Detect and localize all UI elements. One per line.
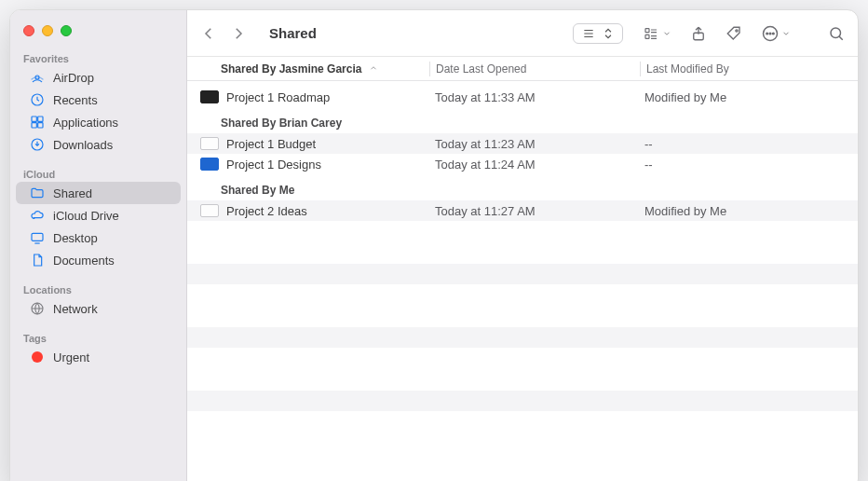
main-pane: Shared bbox=[187, 10, 858, 481]
empty-row bbox=[187, 264, 858, 284]
clock-icon bbox=[29, 91, 46, 108]
fullscreen-button[interactable] bbox=[61, 25, 72, 36]
sidebar-item-label: Shared bbox=[53, 186, 92, 200]
file-icon bbox=[200, 90, 219, 103]
share-button[interactable] bbox=[690, 25, 707, 42]
group-header: Shared By Me bbox=[187, 174, 858, 200]
file-row[interactable]: Project 1 BudgetToday at 11:23 AM-- bbox=[187, 133, 858, 154]
finder-window: Favorites AirDrop Recents Applications D… bbox=[9, 9, 859, 481]
sidebar-item-label: AirDrop bbox=[53, 71, 94, 85]
file-modified-by: Modified by Me bbox=[639, 204, 858, 218]
sidebar-item-recents[interactable]: Recents bbox=[16, 89, 181, 111]
document-icon bbox=[29, 252, 46, 268]
sidebar-item-desktop[interactable]: Desktop bbox=[16, 227, 181, 249]
sidebar-item-label: Network bbox=[53, 302, 98, 316]
svg-point-16 bbox=[773, 33, 775, 34]
empty-row bbox=[187, 391, 858, 411]
group-by-button[interactable] bbox=[642, 26, 671, 41]
empty-row bbox=[187, 359, 858, 379]
sidebar-item-label: Applications bbox=[53, 116, 118, 130]
file-icon bbox=[200, 158, 219, 171]
file-icon bbox=[200, 204, 219, 217]
empty-row bbox=[187, 295, 858, 316]
empty-row bbox=[187, 327, 858, 348]
sidebar-item-airdrop[interactable]: AirDrop bbox=[16, 66, 181, 89]
sidebar-section-favorites: Favorites bbox=[10, 49, 186, 66]
sidebar: Favorites AirDrop Recents Applications D… bbox=[10, 10, 187, 481]
sidebar-item-label: Desktop bbox=[53, 231, 98, 245]
svg-rect-9 bbox=[645, 28, 649, 32]
column-header-name[interactable]: Shared By Jasmine Garcia bbox=[187, 62, 429, 76]
folder-shared-icon bbox=[29, 185, 46, 201]
file-date: Today at 11:24 AM bbox=[429, 158, 639, 172]
sidebar-item-shared[interactable]: Shared bbox=[16, 182, 181, 204]
svg-point-12 bbox=[736, 29, 738, 31]
sidebar-item-label: Urgent bbox=[53, 350, 89, 364]
forward-button[interactable] bbox=[230, 25, 247, 42]
sidebar-item-label: Recents bbox=[53, 93, 98, 107]
sidebar-section-locations: Locations bbox=[10, 281, 186, 297]
file-date: Today at 11:27 AM bbox=[429, 204, 639, 218]
sidebar-item-label: iCloud Drive bbox=[53, 209, 119, 223]
action-menu-button[interactable] bbox=[761, 24, 791, 43]
svg-rect-3 bbox=[38, 117, 43, 121]
empty-row bbox=[187, 232, 858, 253]
applications-icon bbox=[29, 114, 46, 131]
sidebar-item-tag-urgent[interactable]: Urgent bbox=[16, 346, 181, 368]
tag-red-icon bbox=[29, 349, 46, 365]
file-name: Project 2 Ideas bbox=[226, 204, 307, 218]
file-date: Today at 11:23 AM bbox=[429, 137, 639, 151]
globe-icon bbox=[29, 300, 46, 317]
sidebar-section-tags: Tags bbox=[10, 329, 186, 346]
file-modified-by: -- bbox=[639, 137, 858, 151]
back-button[interactable] bbox=[200, 25, 217, 42]
svg-point-15 bbox=[769, 33, 771, 34]
sidebar-item-downloads[interactable]: Downloads bbox=[16, 133, 181, 156]
svg-rect-2 bbox=[32, 117, 36, 121]
file-name: Project 1 Roadmap bbox=[226, 90, 330, 104]
column-header-modified-by[interactable]: Last Modified By bbox=[641, 62, 858, 76]
file-modified-by: Modified by Me bbox=[639, 90, 858, 104]
svg-rect-5 bbox=[38, 123, 43, 128]
file-modified-by: -- bbox=[639, 158, 858, 172]
group-header: Shared By Brian Carey bbox=[187, 107, 858, 133]
file-list: Project 1 RoadmapToday at 11:33 AMModifi… bbox=[187, 81, 858, 481]
file-date: Today at 11:33 AM bbox=[429, 90, 639, 104]
airdrop-icon bbox=[29, 69, 46, 86]
sidebar-item-applications[interactable]: Applications bbox=[16, 111, 181, 133]
file-name: Project 1 Designs bbox=[226, 158, 321, 172]
window-title: Shared bbox=[269, 25, 317, 41]
sidebar-section-icloud: iCloud bbox=[10, 165, 186, 182]
cloud-icon bbox=[29, 207, 46, 224]
view-mode-button[interactable] bbox=[573, 23, 623, 44]
sidebar-item-label: Documents bbox=[53, 254, 115, 268]
file-row[interactable]: Project 1 RoadmapToday at 11:33 AMModifi… bbox=[187, 87, 858, 107]
tags-button[interactable] bbox=[726, 25, 742, 42]
search-button[interactable] bbox=[828, 25, 845, 42]
svg-rect-10 bbox=[645, 34, 649, 38]
file-name: Project 1 Budget bbox=[226, 137, 316, 151]
minimize-button[interactable] bbox=[42, 25, 53, 36]
sidebar-item-label: Downloads bbox=[53, 138, 113, 152]
file-icon bbox=[200, 137, 219, 150]
sidebar-item-documents[interactable]: Documents bbox=[16, 249, 181, 271]
toolbar: Shared bbox=[187, 10, 858, 57]
svg-point-17 bbox=[831, 28, 841, 38]
svg-rect-4 bbox=[32, 123, 36, 128]
file-row[interactable]: Project 2 IdeasToday at 11:27 AMModified… bbox=[187, 200, 858, 221]
file-row[interactable]: Project 1 DesignsToday at 11:24 AM-- bbox=[187, 154, 858, 174]
svg-point-14 bbox=[766, 33, 768, 34]
column-headers: Shared By Jasmine Garcia Date Last Opene… bbox=[187, 57, 858, 81]
window-controls bbox=[10, 21, 186, 49]
sort-ascending-icon bbox=[369, 62, 378, 76]
download-icon bbox=[29, 136, 46, 153]
close-button[interactable] bbox=[23, 25, 34, 36]
sidebar-item-network[interactable]: Network bbox=[16, 297, 181, 320]
desktop-icon bbox=[29, 229, 46, 246]
column-header-date[interactable]: Date Last Opened bbox=[430, 62, 640, 76]
sidebar-item-icloud-drive[interactable]: iCloud Drive bbox=[16, 204, 181, 227]
svg-rect-7 bbox=[32, 233, 43, 240]
